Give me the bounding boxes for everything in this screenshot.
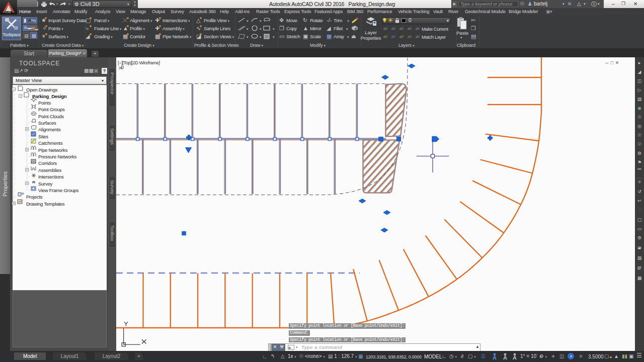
svg-text:C3D: C3D <box>5 11 12 14</box>
